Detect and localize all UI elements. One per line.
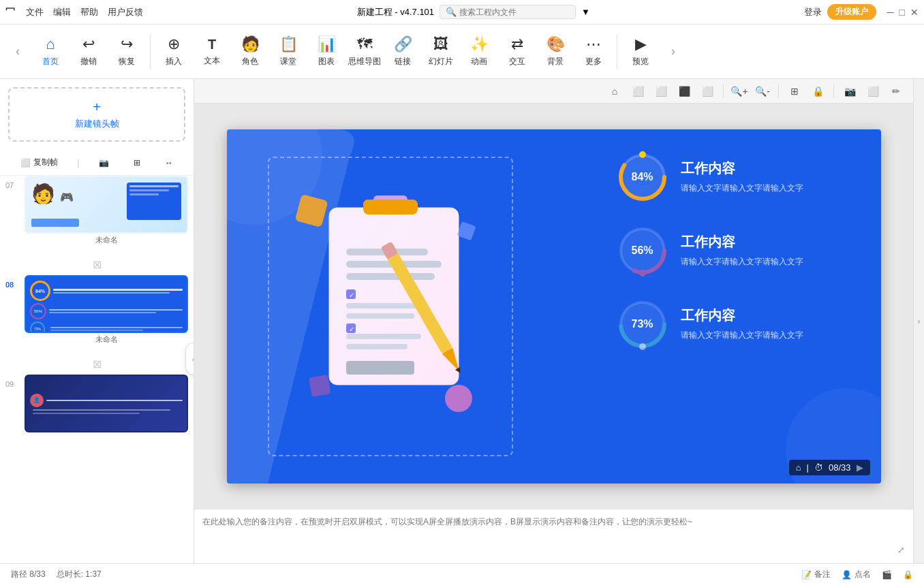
toolbar-more[interactable]: ⋯ 更多 (576, 30, 611, 74)
toolbar-character-label: 角色 (242, 56, 258, 67)
close-button[interactable]: ✕ (910, 7, 919, 18)
info-text-2: 工作内容 请输入文字请输入文字请输入文字 (681, 233, 803, 268)
canvas-tool-square2[interactable]: ⬜ (652, 82, 670, 100)
canvas-tool-home[interactable]: ⌂ (606, 82, 623, 100)
notes-input[interactable] (202, 516, 905, 556)
svg-rect-10 (346, 313, 414, 319)
canvas-tool-square3[interactable]: ⬛ (675, 82, 693, 100)
toolbar-undo[interactable]: ↩ 撤销 (71, 30, 106, 74)
toolbar-slide[interactable]: 🖼 幻灯片 (423, 30, 459, 74)
canvas-tool-zoom-in[interactable]: 🔍+ (730, 82, 748, 100)
canvas-tool-square4[interactable]: ⬜ (698, 82, 716, 100)
toolbar-classroom[interactable]: 📋 课堂 (271, 30, 306, 74)
canvas-toolbar: ⌂ ⬜ ⬜ ⬛ ⬜ 🔍+ 🔍- ⊞ 🔒 📷 ⬜ ✏ (194, 79, 913, 104)
canvas-tool-square1[interactable]: ⬜ (629, 82, 647, 100)
camera-icon: 📷 (99, 158, 109, 168)
statusbar-right: 📝 备注 👤 点名 🎬 🔒 (801, 569, 913, 580)
lock-button[interactable]: 🔒 (903, 569, 913, 580)
camera-button[interactable]: 📷 (93, 155, 114, 170)
expand-notes-button[interactable]: ⤢ (897, 545, 905, 555)
upgrade-button[interactable]: 升级账户 (827, 4, 876, 20)
toolbar: ‹ ⌂ 首页 ↩ 撤销 ↪ 恢复 ⊕ 插入 T 文本 🧑 角色 📋 课堂 📊 图… (0, 25, 924, 79)
canvas-toolbar-sep1 (723, 84, 724, 98)
canvas-tool-align[interactable]: ⊞ (786, 82, 803, 100)
menu-feedback[interactable]: 用户反馈 (108, 6, 143, 18)
clipboard-area[interactable]: ✓ ✓ (268, 157, 513, 456)
slide-thumb-09[interactable]: 👤 (25, 375, 188, 432)
slide-num-07: 07 (5, 181, 19, 189)
canvas-tool-export[interactable]: ⬜ (864, 82, 882, 100)
toolbar-character[interactable]: 🧑 角色 (232, 30, 268, 74)
info-block-1: 84% 工作内容 请输入文字请输入文字请输入文字 (615, 150, 861, 204)
toolbar-insert[interactable]: ⊕ 插入 (156, 30, 191, 74)
toolbar-chart[interactable]: 📊 图表 (309, 30, 344, 74)
dropdown-icon[interactable]: ▼ (581, 7, 590, 17)
copy-frame-button[interactable]: ⬜ 复制帧 (15, 154, 63, 171)
attendance-label: 点名 (854, 569, 871, 580)
canvas-tool-zoom-out[interactable]: 🔍- (754, 82, 771, 100)
more-icon: ⋯ (586, 35, 601, 53)
search-input[interactable] (459, 7, 561, 17)
toolbar-home[interactable]: ⌂ 首页 (33, 30, 68, 74)
record-button[interactable]: 🎬 (882, 569, 892, 580)
canvas-area: ⌂ ⬜ ⬜ ⬛ ⬜ 🔍+ 🔍- ⊞ 🔒 📷 ⬜ ✏ (194, 79, 913, 563)
menu-edit[interactable]: 编辑 (53, 6, 71, 18)
canvas-tool-edit[interactable]: ✏ (887, 82, 905, 100)
project-title: 新建工程 - v4.7.101 (357, 6, 434, 18)
notes-icon: 📝 (801, 570, 812, 580)
minimize-button[interactable]: ─ (887, 7, 894, 18)
canvas-tool-lock[interactable]: 🔒 (809, 82, 827, 100)
sidebar-collapse-button[interactable]: ‹ (185, 343, 194, 375)
chart-icon: 📊 (318, 35, 336, 53)
search-box[interactable]: 🔍 (440, 5, 576, 19)
slide-spacer-2: ⊠ (5, 353, 188, 375)
menu-help[interactable]: 帮助 (80, 6, 98, 18)
frame-actions: ⬜ 复制帧 | 📷 ⊞ ↔ (0, 150, 194, 176)
statusbar: 路径 8/33 总时长: 1:37 📝 备注 👤 点名 🎬 🔒 (0, 563, 924, 585)
toolbar-text-label: 文本 (204, 55, 220, 67)
toolbar-link[interactable]: 🔗 链接 (385, 30, 420, 74)
menu-file[interactable]: 文件 (26, 6, 44, 18)
info-text-3: 工作内容 请输入文字请输入文字请输入文字 (681, 306, 803, 341)
slide-num-09: 09 (5, 380, 19, 388)
notes-button[interactable]: 📝 备注 (801, 569, 831, 580)
canvas-wrapper[interactable]: ✓ ✓ (194, 104, 913, 509)
maximize-button[interactable]: □ (899, 7, 905, 18)
new-frame-button[interactable]: + 新建镜头帧 (8, 87, 185, 142)
grid-button[interactable]: ⊞ (128, 155, 146, 170)
svg-text:✓: ✓ (349, 291, 354, 299)
toolbar-text[interactable]: T 文本 (194, 30, 230, 74)
copy-frame-label: 复制帧 (33, 157, 58, 168)
svg-rect-21 (294, 194, 328, 227)
toolbar-link-label: 链接 (395, 56, 411, 67)
toolbar-chart-label: 图表 (318, 56, 335, 67)
slide-thumb-07[interactable]: 🧑 🎮 (25, 176, 188, 234)
circle-label-2: 56% (631, 244, 653, 257)
toolbar-redo[interactable]: ↪ 恢复 (109, 30, 144, 74)
swap-button[interactable]: ↔ (159, 155, 179, 170)
plus-icon: + (93, 99, 101, 115)
slide-thumb-08[interactable]: 8 84% (25, 275, 188, 333)
slide-item-09: 09 👤 (5, 375, 188, 438)
canvas-tool-camera[interactable]: 📷 (841, 82, 859, 100)
svg-point-27 (639, 151, 646, 158)
link-icon: 🔗 (394, 35, 412, 53)
toolbar-preview[interactable]: ▶ 预览 (623, 30, 658, 74)
counter-extra: ▶ (857, 462, 863, 473)
attendance-button[interactable]: 👤 点名 (842, 569, 871, 580)
toolbar-mindmap[interactable]: 🗺 思维导图 (347, 30, 382, 74)
toolbar-prev[interactable]: ‹ (5, 31, 30, 72)
toolbar-preview-label: 预览 (632, 56, 649, 67)
toolbar-background[interactable]: 🎨 背景 (538, 30, 573, 74)
login-button[interactable]: 登录 (804, 6, 822, 18)
toolbar-interact[interactable]: ⇄ 交互 (499, 30, 535, 74)
toolbar-slide-label: 幻灯片 (429, 56, 453, 67)
toolbar-animation[interactable]: ✨ 动画 (461, 30, 497, 74)
toolbar-next[interactable]: › (661, 31, 686, 72)
info-blocks: 84% 工作内容 请输入文字请输入文字请输入文字 (615, 150, 861, 370)
status-duration: 总时长: 1:37 (57, 569, 102, 580)
info-title-2: 工作内容 (681, 233, 803, 251)
slide-item-08: 08 8 84% (5, 275, 188, 350)
right-panel-handle[interactable]: › (913, 79, 924, 563)
slide-canvas[interactable]: ✓ ✓ (227, 129, 881, 484)
